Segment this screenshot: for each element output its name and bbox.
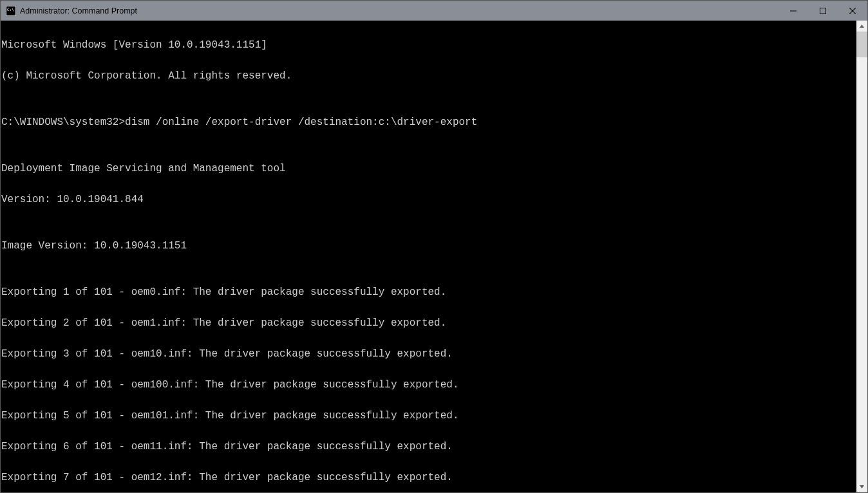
console-line: Deployment Image Servicing and Managemen… — [1, 161, 856, 176]
cmd-icon: C:\ — [6, 6, 16, 16]
console-line: Version: 10.0.19041.844 — [1, 192, 856, 207]
window-frame: C:\ Administrator: Command Prompt Micros… — [0, 0, 868, 493]
window-title: Administrator: Command Prompt — [20, 6, 137, 15]
console-export-line: Exporting 1 of 101 - oem0.inf: The drive… — [1, 284, 856, 300]
vertical-scrollbar[interactable] — [856, 21, 867, 492]
scrollbar-track[interactable] — [856, 32, 867, 481]
console-output[interactable]: Microsoft Windows [Version 10.0.19043.11… — [1, 21, 856, 492]
console-export-line: Exporting 4 of 101 - oem100.inf: The dri… — [1, 377, 856, 393]
svg-text:C:\: C:\ — [7, 7, 14, 12]
console-export-line: Exporting 3 of 101 - oem10.inf: The driv… — [1, 346, 856, 362]
svg-rect-3 — [820, 8, 826, 14]
console-export-line: Exporting 6 of 101 - oem11.inf: The driv… — [1, 439, 856, 454]
scroll-up-button[interactable] — [856, 21, 867, 32]
titlebar[interactable]: C:\ Administrator: Command Prompt — [1, 1, 867, 21]
client-area: Microsoft Windows [Version 10.0.19043.11… — [1, 21, 867, 492]
console-export-line: Exporting 7 of 101 - oem12.inf: The driv… — [1, 470, 856, 485]
minimize-button[interactable] — [778, 1, 808, 21]
scroll-down-button[interactable] — [856, 481, 867, 492]
console-line: Microsoft Windows [Version 10.0.19043.11… — [1, 37, 856, 53]
console-export-line: Exporting 5 of 101 - oem101.inf: The dri… — [1, 408, 856, 423]
console-prompt-line: C:\WINDOWS\system32>dism /online /export… — [1, 115, 856, 130]
console-line: (c) Microsoft Corporation. All rights re… — [1, 68, 856, 84]
close-button[interactable] — [838, 1, 867, 21]
scrollbar-thumb[interactable] — [856, 32, 867, 57]
maximize-button[interactable] — [808, 1, 838, 21]
console-line: Image Version: 10.0.19043.1151 — [1, 238, 856, 254]
console-export-line: Exporting 2 of 101 - oem1.inf: The drive… — [1, 315, 856, 331]
